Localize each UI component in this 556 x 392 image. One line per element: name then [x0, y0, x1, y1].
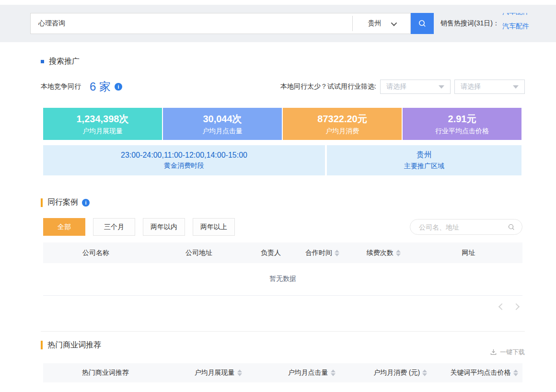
col-hot-word: 热门商业词推荐 — [43, 363, 168, 382]
magnifier-icon — [508, 223, 515, 231]
col-label: 户均月点击量 — [288, 369, 328, 376]
tab-over-two-years[interactable]: 两年以上 — [193, 218, 235, 236]
section-search-promotion: 搜索推广 — [41, 57, 525, 67]
col-contact-person: 负责人 — [249, 242, 292, 263]
download-label: 一键下载 — [500, 348, 525, 357]
hot-words-title-row: 热门商业词推荐 — [41, 340, 101, 350]
stat-card-spend: 87322.20元 户均月消费 — [283, 108, 402, 140]
sort-carets-icon[interactable] — [422, 369, 427, 376]
pagination — [43, 303, 522, 310]
cases-table-header-row: 公司名称 公司地址 负责人 合作时间 续费次数 网址 — [43, 242, 522, 263]
keyword-input[interactable] — [31, 13, 352, 34]
top-search-bar: 贵州 销售热搜词(31日)： 汽车配件 汽车配件 — [0, 5, 556, 42]
col-renewal-count: 续费次数 — [352, 242, 415, 263]
sort-carets-icon[interactable] — [396, 250, 401, 256]
col-label: 户均月消费 (元) — [373, 369, 420, 376]
magnifier-icon — [417, 19, 427, 28]
cases-tabs-row: 全部 三个月 两年以内 两年以上 — [43, 218, 522, 236]
triangle-down-icon — [439, 85, 444, 89]
hot-words-ticker: 汽车配件 汽车配件 — [502, 13, 541, 34]
chevron-right-icon — [513, 303, 520, 310]
search-button[interactable] — [411, 13, 434, 34]
industry-filter-hint: 本地同行太少？试试用行业筛选: — [280, 82, 376, 91]
table-row — [43, 382, 522, 390]
download-tray-icon — [490, 348, 497, 356]
col-keyword-avg-cpc: 关键词平均点击价格 — [446, 363, 522, 382]
local-competitors-count: 6 家 — [90, 79, 111, 94]
industry-select-2-placeholder: 请选择 — [461, 82, 481, 91]
panel-label: 黄金消费时段 — [164, 161, 204, 170]
col-label: 合作时间 — [305, 249, 332, 256]
tab-within-two-years[interactable]: 两年以内 — [143, 218, 185, 236]
stat-value: 30,044次 — [203, 113, 242, 126]
stat-label: 户均月消费 — [325, 127, 359, 136]
col-monthly-impressions: 户均月展现量 — [168, 363, 268, 382]
tab-three-months[interactable]: 三个月 — [93, 218, 135, 236]
info-circle-icon[interactable]: i — [82, 199, 90, 207]
col-website: 网址 — [415, 242, 522, 263]
stat-label: 行业平均点击价格 — [435, 127, 489, 136]
stat-card-avg-cpc: 2.91元 行业平均点击价格 — [403, 108, 521, 140]
hot-words-header-row: 热门商业词推荐 户均月展现量 户均月点击量 户均月消费 (元) 关键词平均点击价… — [43, 363, 522, 382]
sort-carets-icon[interactable] — [237, 369, 242, 376]
section-hot-words: 热门商业词推荐 一键下载 — [41, 340, 525, 357]
section-peer-cases: 同行案例 i — [41, 197, 525, 208]
tab-all[interactable]: 全部 — [43, 218, 85, 236]
orange-bar-icon — [41, 198, 43, 207]
sort-carets-icon[interactable] — [513, 369, 518, 376]
download-all-button[interactable]: 一键下载 — [490, 348, 525, 357]
hot-word-link-prev[interactable]: 汽车配件 — [502, 13, 541, 16]
prev-page-button[interactable] — [498, 303, 505, 310]
next-page-button[interactable] — [513, 303, 520, 310]
cases-table: 公司名称 公司地址 负责人 合作时间 续费次数 网址 暂无数据 — [43, 242, 522, 296]
panel-golden-hours: 23:00-24:00,11:00-12:00,14:00-15:00 黄金消费… — [43, 145, 325, 175]
empty-state-text: 暂无数据 — [43, 263, 522, 295]
stat-value: 87322.20元 — [317, 113, 367, 126]
region-select-value: 贵州 — [368, 19, 382, 28]
company-search-input[interactable] — [419, 223, 508, 231]
triangle-down-icon — [513, 85, 519, 89]
col-label: 关键词平均点击价格 — [451, 369, 511, 376]
sort-carets-icon[interactable] — [335, 250, 339, 256]
col-company-address: 公司地址 — [149, 242, 249, 263]
keyword-search-box: 贵州 — [30, 13, 411, 34]
panel-label: 主要推广区域 — [404, 162, 444, 171]
col-company-name: 公司名称 — [43, 242, 149, 263]
col-label: 续费次数 — [367, 249, 394, 256]
industry-select-1-placeholder: 请选择 — [386, 82, 406, 91]
hot-words-title: 热门商业词推荐 — [47, 340, 101, 350]
local-competitors-label: 本地竞争同行 — [41, 82, 81, 91]
info-circle-icon[interactable]: i — [115, 83, 122, 91]
empty-row: 暂无数据 — [43, 263, 522, 295]
panel-value: 贵州 — [417, 150, 432, 160]
competitor-row: 本地竞争同行 6 家 i 本地同行太少？试试用行业筛选: 请选择 请选择 — [41, 79, 525, 94]
region-select[interactable]: 贵州 — [353, 13, 410, 34]
stat-card-clicks: 30,044次 户均月点击量 — [163, 108, 282, 140]
hot-word-link[interactable]: 汽车配件 — [502, 21, 541, 31]
chevron-down-icon — [391, 20, 397, 26]
info-panels: 23:00-24:00,11:00-12:00,14:00-15:00 黄金消费… — [43, 145, 521, 175]
industry-filter-group: 本地同行太少？试试用行业筛选: 请选择 请选择 — [280, 80, 525, 94]
section-title: 搜索推广 — [49, 57, 80, 67]
company-search-box[interactable] — [410, 219, 522, 235]
stat-value: 2.91元 — [448, 113, 476, 126]
square-bullet-icon — [41, 60, 44, 63]
chevron-left-icon — [498, 303, 505, 310]
col-cooperation-time: 合作时间 — [292, 242, 352, 263]
hot-words-label: 销售热搜词(31日)： — [440, 19, 499, 28]
stat-card-impressions: 1,234,398次 户均月展现量 — [43, 108, 162, 140]
peer-cases-title: 同行案例 — [47, 197, 78, 208]
hot-words-table: 热门商业词推荐 户均月展现量 户均月点击量 户均月消费 (元) 关键词平均点击价… — [43, 363, 522, 390]
stat-value: 1,234,398次 — [77, 113, 129, 126]
col-monthly-clicks: 户均月点击量 — [268, 363, 355, 382]
stat-label: 户均月点击量 — [202, 127, 243, 136]
industry-select-1[interactable]: 请选择 — [380, 80, 451, 94]
section-divider — [41, 331, 525, 332]
stat-label: 户均月展现量 — [82, 127, 123, 136]
col-monthly-spend: 户均月消费 (元) — [355, 363, 446, 382]
stat-cards: 1,234,398次 户均月展现量 30,044次 户均月点击量 87322.2… — [43, 108, 521, 140]
panel-main-region: 贵州 主要推广区域 — [327, 145, 521, 175]
industry-select-2[interactable]: 请选择 — [454, 80, 525, 94]
panel-value: 23:00-24:00,11:00-12:00,14:00-15:00 — [121, 151, 247, 160]
sort-carets-icon[interactable] — [331, 369, 336, 376]
